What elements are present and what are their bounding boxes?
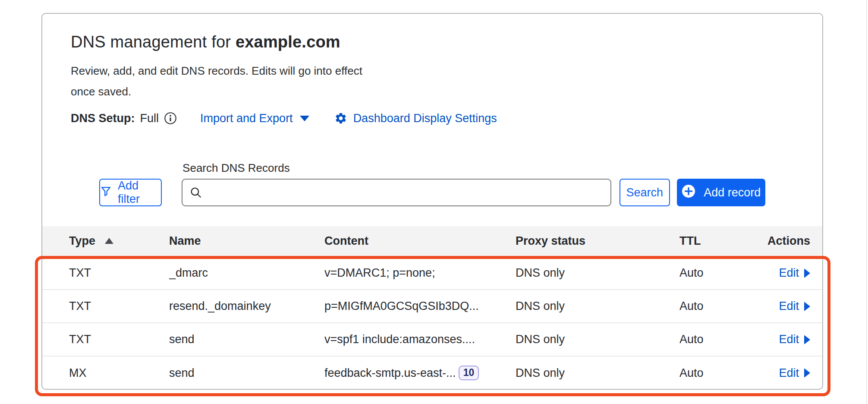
- viewport-edge-divider: [866, 0, 867, 404]
- column-header-content[interactable]: Content: [324, 226, 516, 256]
- table-row: MX send feedback-smtp.us-east-...10 DNS …: [42, 356, 823, 389]
- cell-ttl: Auto: [679, 356, 750, 389]
- edit-record-link[interactable]: Edit: [779, 300, 810, 313]
- gear-icon: [334, 112, 347, 125]
- edit-record-link[interactable]: Edit: [779, 266, 810, 280]
- cell-name: _dmarc: [169, 256, 324, 290]
- column-header-ttl[interactable]: TTL: [679, 226, 750, 256]
- dns-setup-value: Full: [140, 112, 159, 125]
- cell-content: v=spf1 include:amazonses....: [324, 323, 516, 356]
- page-title-prefix: DNS management for: [71, 33, 231, 51]
- search-input[interactable]: [182, 179, 611, 206]
- search-box: [182, 179, 611, 206]
- cell-ttl: Auto: [679, 290, 750, 323]
- cell-name: send: [169, 323, 324, 356]
- dns-management-card: DNS management for example.com Review, a…: [41, 13, 823, 390]
- search-button-label: Search: [626, 186, 664, 199]
- page-description: Review, add, and edit DNS records. Edits…: [71, 60, 364, 102]
- filter-funnel-icon: [100, 185, 112, 200]
- add-filter-label: Add filter: [118, 179, 161, 206]
- add-record-label: Add record: [704, 186, 761, 199]
- search-group: Search DNS Records: [182, 161, 611, 206]
- cell-actions: Edit: [750, 256, 823, 290]
- column-header-actions: Actions: [750, 226, 823, 256]
- cell-proxy-status: DNS only: [516, 256, 679, 290]
- plus-circle-icon: [681, 184, 696, 202]
- chevron-right-icon: [804, 335, 810, 344]
- import-export-link[interactable]: Import and Export: [200, 112, 309, 125]
- cell-type: MX: [42, 356, 169, 389]
- cell-ttl: Auto: [679, 323, 750, 356]
- page-title-domain: example.com: [236, 33, 340, 51]
- cell-proxy-status: DNS only: [516, 356, 679, 389]
- table-row: TXT _dmarc v=DMARC1; p=none; DNS only Au…: [42, 256, 823, 290]
- dns-records-table: Type Name Content Proxy status TTL Actio…: [42, 226, 823, 389]
- chevron-right-icon: [804, 268, 810, 278]
- cell-content: p=MIGfMA0GCSqGSIb3DQ...: [324, 290, 516, 323]
- info-icon[interactable]: [164, 112, 177, 125]
- cell-type: TXT: [42, 290, 169, 323]
- edit-record-link[interactable]: Edit: [779, 366, 810, 380]
- dns-setup-row: DNS Setup: Full Import and Export: [71, 110, 794, 127]
- import-export-label: Import and Export: [200, 112, 293, 125]
- column-header-name[interactable]: Name: [169, 226, 324, 256]
- cell-proxy-status: DNS only: [516, 290, 679, 323]
- cell-actions: Edit: [750, 290, 823, 323]
- table-header-row: Type Name Content Proxy status TTL Actio…: [42, 226, 823, 256]
- search-icon: [189, 186, 202, 201]
- cell-actions: Edit: [750, 323, 823, 356]
- dashboard-display-settings-label: Dashboard Display Settings: [353, 112, 497, 125]
- dashboard-display-settings-link[interactable]: Dashboard Display Settings: [334, 112, 497, 125]
- dns-setup-label: DNS Setup:: [71, 112, 135, 125]
- page-title: DNS management for example.com: [71, 32, 794, 52]
- chevron-right-icon: [804, 368, 810, 378]
- cell-proxy-status: DNS only: [516, 323, 679, 356]
- table-row: TXT resend._domainkey p=MIGfMA0GCSqGSIb3…: [42, 290, 823, 323]
- search-dns-records-label: Search DNS Records: [182, 161, 611, 174]
- column-header-type[interactable]: Type: [42, 226, 169, 256]
- sort-ascending-icon: [105, 238, 113, 244]
- add-filter-button[interactable]: Add filter: [99, 179, 162, 206]
- card-header-section: DNS management for example.com Review, a…: [42, 14, 822, 206]
- cell-content-text: feedback-smtp.us-east-...: [324, 366, 456, 379]
- dns-toolbar: Add filter Search DNS Records Search: [71, 161, 794, 206]
- cell-content: v=DMARC1; p=none;: [324, 256, 516, 290]
- chevron-down-icon: [300, 116, 309, 121]
- chevron-right-icon: [804, 302, 810, 311]
- cell-name: send: [169, 356, 324, 389]
- cell-ttl: Auto: [679, 256, 750, 290]
- add-record-button[interactable]: Add record: [677, 179, 765, 206]
- table-row: TXT send v=spf1 include:amazonses.... DN…: [42, 323, 823, 356]
- search-button[interactable]: Search: [620, 179, 670, 206]
- cell-name: resend._domainkey: [169, 290, 324, 323]
- edit-record-link[interactable]: Edit: [779, 333, 810, 346]
- cell-type: TXT: [42, 323, 169, 356]
- column-header-proxy-status[interactable]: Proxy status: [516, 226, 679, 256]
- cell-content: feedback-smtp.us-east-...10: [324, 356, 516, 389]
- cell-actions: Edit: [750, 356, 823, 389]
- priority-badge: 10: [459, 366, 479, 380]
- cell-type: TXT: [42, 256, 169, 290]
